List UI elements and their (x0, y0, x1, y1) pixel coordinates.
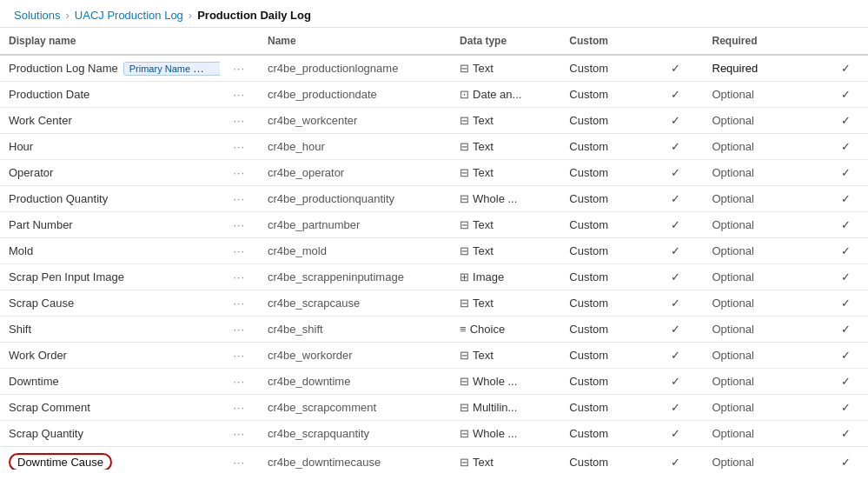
row-options-dots[interactable]: ··· (220, 317, 259, 343)
field-display-name[interactable]: Operator (0, 160, 220, 186)
type-label: Image (473, 270, 504, 283)
field-display-name[interactable]: Part Number (0, 212, 220, 238)
table-row: Shift···cr4be_shift≡ChoiceCustom✓Optiona… (0, 317, 868, 343)
type-icon: ⊟ (460, 375, 469, 388)
row-options-dots[interactable]: ··· (220, 290, 259, 317)
row-options-dots[interactable]: ··· (220, 55, 259, 82)
col-header-name: Display name (0, 28, 220, 55)
field-check1: ✓ (648, 212, 703, 238)
field-display-name[interactable]: Scrap Quantity (0, 421, 220, 447)
row-options-dots[interactable]: ··· (220, 447, 259, 470)
row-options-dots[interactable]: ··· (220, 212, 259, 238)
field-required-label: Optional (704, 264, 825, 290)
type-label: Text (473, 218, 494, 231)
field-display-name[interactable]: Production Date (0, 82, 220, 108)
row-options-dots[interactable]: ··· (220, 421, 259, 447)
checkmark-1: ✓ (671, 349, 680, 362)
checkmark-2: ✓ (841, 401, 851, 414)
field-display-name[interactable]: Downtime Cause (0, 447, 220, 470)
col-header-check1 (648, 28, 703, 55)
field-check1: ✓ (648, 264, 703, 290)
field-display-name[interactable]: Scrap Pen Input Image (0, 264, 220, 290)
row-options-dots[interactable]: ··· (220, 264, 259, 290)
field-data-type: ⊟Text (451, 55, 560, 82)
type-icon: ⊟ (460, 456, 469, 469)
table-row: Scrap Comment···cr4be_scrapcomment⊟Multi… (0, 395, 868, 421)
field-check1: ✓ (648, 369, 703, 395)
row-options-dots[interactable]: ··· (220, 186, 259, 212)
field-custom-label: Custom (560, 212, 648, 238)
breadcrumb-current: Production Daily Log (197, 9, 311, 22)
field-check2: ✓ (824, 82, 868, 108)
field-custom-label: Custom (560, 447, 648, 470)
field-required-label: Optional (704, 134, 825, 160)
field-check1: ✓ (648, 343, 703, 369)
type-label: Text (473, 244, 494, 257)
field-display-name[interactable]: Work Order (0, 343, 220, 369)
row-options-dots[interactable]: ··· (220, 238, 259, 264)
row-options-dots[interactable]: ··· (220, 134, 259, 160)
field-display-name[interactable]: Scrap Cause (0, 290, 220, 317)
col-header-type: Data type (451, 28, 560, 55)
field-check2: ✓ (824, 369, 868, 395)
field-data-type: ⊟Multilin... (451, 395, 560, 421)
col-header-check2 (824, 28, 868, 55)
field-custom-label: Custom (560, 395, 648, 421)
col-header-logical: Name (259, 28, 451, 55)
field-check2: ✓ (824, 447, 868, 470)
field-custom-label: Custom (560, 134, 648, 160)
row-options-dots[interactable]: ··· (220, 343, 259, 369)
checkmark-2: ✓ (841, 166, 851, 179)
col-header-required: Required (704, 28, 825, 55)
field-data-type: ⊟Whole ... (451, 186, 560, 212)
breadcrumb-uacj[interactable]: UACJ Production Log (75, 9, 183, 22)
field-check2: ✓ (824, 134, 868, 160)
field-custom-label: Custom (560, 82, 648, 108)
table-row: Hour···cr4be_hour⊟TextCustom✓Optional✓ (0, 134, 868, 160)
table-row: Scrap Cause···cr4be_scrapcause⊟TextCusto… (0, 290, 868, 317)
field-required-label: Required (704, 55, 825, 82)
type-label: Whole ... (473, 192, 517, 205)
checkmark-1: ✓ (671, 88, 680, 101)
field-data-type: ⊟Text (451, 108, 560, 134)
field-display-name[interactable]: Work Center (0, 108, 220, 134)
field-custom-label: Custom (560, 108, 648, 134)
field-required-label: Optional (704, 395, 825, 421)
table-row: Downtime···cr4be_downtime⊟Whole ...Custo… (0, 369, 868, 395)
field-logical-name: cr4be_partnumber (259, 212, 451, 238)
field-logical-name: cr4be_scrappeninputimage (259, 264, 451, 290)
type-label: Text (473, 456, 494, 469)
checkmark-2: ✓ (841, 114, 851, 127)
field-display-name[interactable]: Scrap Comment (0, 395, 220, 421)
table-row: Production Date···cr4be_productiondate⊡D… (0, 82, 868, 108)
field-display-name[interactable]: Downtime (0, 369, 220, 395)
row-options-dots[interactable]: ··· (220, 108, 259, 134)
breadcrumb-solutions[interactable]: Solutions (14, 9, 60, 22)
field-display-name[interactable]: Hour (0, 134, 220, 160)
field-logical-name: cr4be_workcenter (259, 108, 451, 134)
field-custom-label: Custom (560, 238, 648, 264)
field-check2: ✓ (824, 395, 868, 421)
row-options-dots[interactable]: ··· (220, 369, 259, 395)
field-check1: ✓ (648, 290, 703, 317)
field-logical-name: cr4be_downtimecause (259, 447, 451, 470)
field-display-name[interactable]: Production Quantity (0, 186, 220, 212)
row-options-dots[interactable]: ··· (220, 82, 259, 108)
field-custom-label: Custom (560, 55, 648, 82)
type-icon: ≡ (460, 323, 467, 336)
row-options-dots[interactable]: ··· (220, 160, 259, 186)
table-row: Work Center···cr4be_workcenter⊟TextCusto… (0, 108, 868, 134)
table-row: Production Quantity···cr4be_productionqu… (0, 186, 868, 212)
field-check1: ✓ (648, 447, 703, 470)
field-display-name[interactable]: Mold (0, 238, 220, 264)
field-display-name[interactable]: Production Log NamePrimary Name Column (0, 55, 220, 82)
field-data-type: ⊟Text (451, 238, 560, 264)
field-check2: ✓ (824, 212, 868, 238)
checkmark-1: ✓ (671, 192, 680, 205)
field-display-name[interactable]: Shift (0, 317, 220, 343)
row-options-dots[interactable]: ··· (220, 395, 259, 421)
field-logical-name: cr4be_productiondate (259, 82, 451, 108)
checkmark-2: ✓ (841, 349, 851, 362)
table-row: Production Log NamePrimary Name Column··… (0, 55, 868, 82)
field-logical-name: cr4be_downtime (259, 369, 451, 395)
